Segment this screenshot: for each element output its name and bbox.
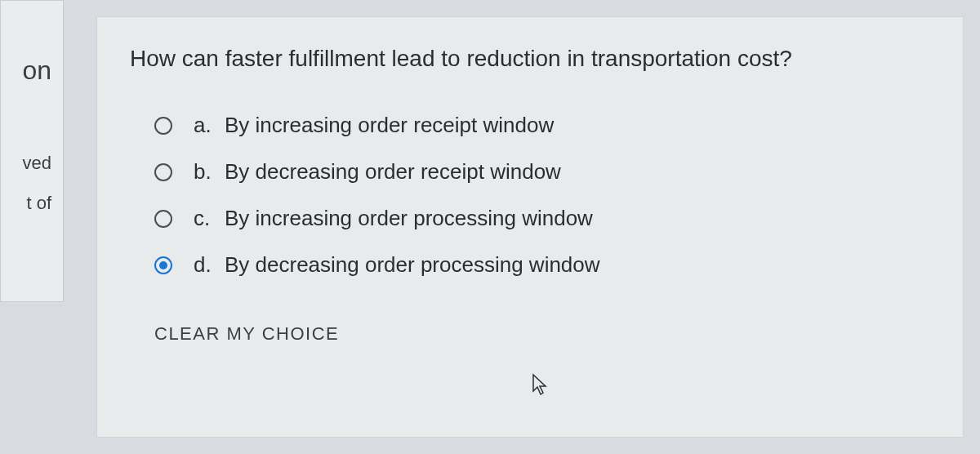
option-letter: c. (194, 206, 225, 231)
option-b[interactable]: b. By decreasing order receipt window (154, 159, 930, 185)
radio-icon[interactable] (154, 163, 172, 181)
option-letter: b. (194, 159, 225, 185)
option-text: By decreasing order receipt window (225, 159, 561, 185)
option-text: By increasing order receipt window (225, 113, 554, 138)
radio-icon[interactable] (154, 117, 172, 135)
option-c[interactable]: c. By increasing order processing window (154, 206, 930, 231)
sidebar-item-on: on (1, 50, 63, 91)
option-d[interactable]: d. By decreasing order processing window (154, 252, 930, 278)
option-letter: d. (194, 252, 225, 278)
sidebar-item-tof: t of (1, 188, 63, 219)
option-text: By decreasing order processing window (225, 252, 600, 278)
clear-choice-button[interactable]: CLEAR MY CHOICE (154, 323, 339, 345)
cursor-icon (530, 373, 550, 396)
option-text: By increasing order processing window (225, 206, 593, 231)
radio-icon[interactable] (154, 210, 172, 228)
radio-icon[interactable] (154, 256, 172, 274)
question-text: How can faster fulfillment lead to reduc… (130, 46, 930, 72)
question-panel: How can faster fulfillment lead to reduc… (96, 16, 964, 438)
option-a[interactable]: a. By increasing order receipt window (154, 113, 930, 138)
sidebar-item-ved: ved (1, 148, 63, 179)
sidebar: on ved t of (0, 0, 64, 302)
options-group: a. By increasing order receipt window b.… (130, 113, 930, 278)
option-letter: a. (194, 113, 225, 138)
